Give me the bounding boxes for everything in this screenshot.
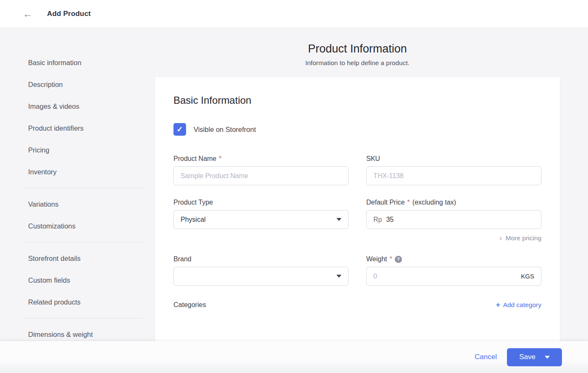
sidebar-item-related-products[interactable]: Related products — [0, 291, 143, 313]
sidebar-item-customizations[interactable]: Customizations — [0, 215, 143, 237]
cancel-button[interactable]: Cancel — [475, 353, 497, 361]
brand-select[interactable] — [173, 267, 349, 286]
product-type-field: Product Type Physical — [173, 199, 349, 242]
sidebar-item-description[interactable]: Description — [0, 74, 143, 95]
sku-field: SKU — [366, 155, 541, 185]
default-price-input[interactable] — [386, 216, 534, 223]
default-price-label-text: Default Price — [366, 199, 405, 206]
sidebar-item-inventory[interactable]: Inventory — [0, 161, 143, 183]
visible-on-storefront-label: Visible on Storefront — [194, 126, 256, 134]
sidebar-item-variations[interactable]: Variations — [0, 193, 143, 215]
product-type-select[interactable]: Physical — [173, 210, 349, 229]
product-name-label-text: Product Name — [173, 155, 216, 163]
form-grid: Product Name * SKU Product Type Physical — [173, 155, 541, 286]
required-asterisk: * — [390, 255, 392, 263]
back-arrow-icon[interactable]: ← — [23, 9, 39, 19]
plus-icon: + — [496, 301, 500, 309]
add-category-link[interactable]: + Add category — [496, 301, 541, 309]
sidebar-item-basic-information[interactable]: Basic information — [0, 52, 143, 74]
visibility-row: ✓ Visible on Storefront — [173, 123, 541, 136]
default-price-input-wrap: Rp — [366, 210, 541, 229]
sidebar-divider — [24, 188, 143, 188]
weight-label: Weight * ? — [366, 255, 541, 263]
default-price-field: Default Price * (excluding tax) Rp ›More… — [366, 199, 541, 242]
sku-label-text: SKU — [366, 155, 380, 163]
footer-action-bar: Cancel Save — [0, 341, 588, 373]
chevron-down-icon — [336, 275, 341, 278]
product-name-label: Product Name * — [173, 155, 349, 163]
chevron-right-icon: › — [499, 234, 501, 242]
more-pricing-link[interactable]: ›More pricing — [366, 234, 541, 242]
sku-input[interactable] — [366, 166, 541, 185]
sidebar-item-product-identifiers[interactable]: Product identifiers — [0, 117, 143, 139]
main-content: Product Information Information to help … — [155, 28, 560, 345]
product-type-label: Product Type — [173, 199, 349, 206]
default-price-label: Default Price * (excluding tax) — [366, 199, 541, 206]
save-dropdown-caret-icon[interactable] — [545, 356, 550, 359]
weight-unit: KGS — [521, 273, 534, 280]
categories-row: Categories + Add category — [173, 301, 541, 309]
product-name-input[interactable] — [173, 166, 349, 185]
visible-on-storefront-checkbox[interactable]: ✓ — [173, 123, 186, 136]
brand-label-text: Brand — [173, 255, 192, 263]
weight-input[interactable] — [373, 273, 517, 280]
weight-field: Weight * ? KGS — [366, 255, 541, 286]
brand-label: Brand — [173, 255, 349, 263]
sidebar-item-storefront-details[interactable]: Storefront details — [0, 247, 143, 269]
brand-field: Brand — [173, 255, 349, 286]
default-price-label-suffix: (excluding tax) — [412, 199, 456, 206]
top-bar: ← Add Product — [0, 0, 588, 28]
sidebar-item-images-videos[interactable]: Images & videos — [0, 95, 143, 117]
sidebar-item-pricing[interactable]: Pricing — [0, 139, 143, 161]
sidebar-divider — [24, 318, 143, 318]
save-button[interactable]: Save — [507, 348, 562, 366]
page-header-title: Add Product — [47, 10, 91, 18]
currency-prefix: Rp — [373, 216, 382, 223]
more-pricing-text: More pricing — [506, 234, 541, 242]
weight-label-text: Weight — [366, 255, 387, 263]
checkmark-icon: ✓ — [176, 126, 183, 133]
sidebar-nav: Basic information Description Images & v… — [0, 28, 143, 373]
product-name-field: Product Name * — [173, 155, 349, 185]
page-subtitle: Information to help define a product. — [155, 59, 560, 67]
chevron-down-icon — [336, 218, 341, 221]
add-category-text: Add category — [503, 301, 541, 309]
required-asterisk: * — [219, 155, 221, 163]
basic-information-card: Basic Information ✓ Visible on Storefron… — [155, 76, 560, 345]
page-title: Product Information — [155, 42, 560, 55]
categories-label: Categories — [173, 301, 206, 309]
product-type-selected-value: Physical — [181, 216, 206, 223]
help-icon[interactable]: ? — [395, 256, 402, 263]
sku-label: SKU — [366, 155, 541, 163]
sidebar-item-custom-fields[interactable]: Custom fields — [0, 269, 143, 291]
weight-input-wrap: KGS — [366, 267, 541, 286]
sidebar-divider — [24, 242, 143, 242]
product-type-label-text: Product Type — [173, 199, 213, 206]
save-button-label: Save — [519, 353, 536, 361]
required-asterisk: * — [407, 199, 410, 206]
section-title: Basic Information — [173, 95, 541, 106]
